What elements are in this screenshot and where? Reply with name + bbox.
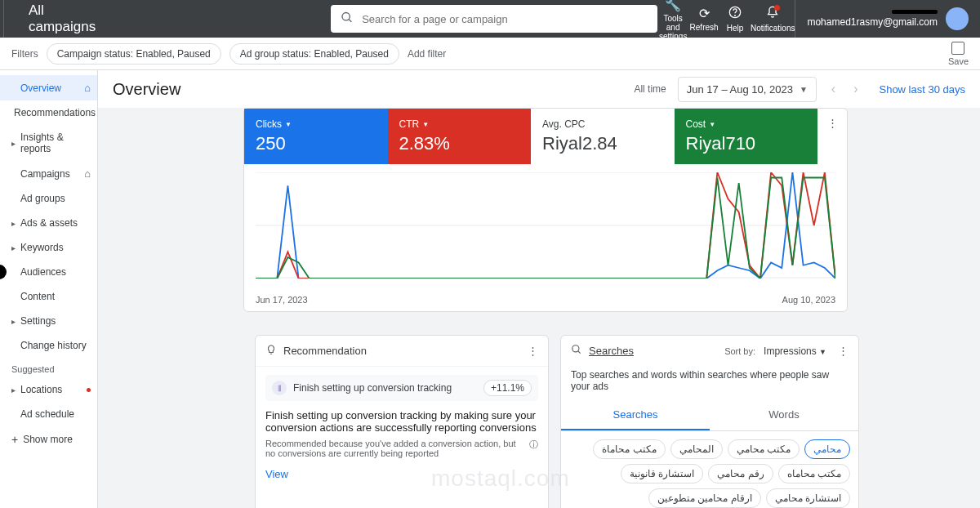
notification-dot — [774, 5, 780, 11]
search-chip[interactable]: مكتب محاماة — [593, 439, 665, 459]
svg-line-8 — [578, 351, 581, 354]
save-icon — [951, 42, 964, 55]
reco-body-text: Finish setting up conversion tracking by… — [265, 409, 538, 434]
page-title: Overview — [113, 80, 180, 99]
card-menu-button[interactable]: ⋮ — [838, 345, 849, 357]
sidebar: Overview ⌂ Recommendations ▸Insights & r… — [0, 70, 98, 508]
refresh-icon: ⟳ — [699, 6, 710, 21]
chevron-right-icon: ▸ — [11, 219, 18, 228]
svg-line-1 — [349, 20, 351, 22]
date-next-button[interactable]: › — [850, 82, 861, 96]
filter-chip-adgroup-status[interactable]: Ad group status: Enabled, Paused — [229, 43, 399, 65]
sidebar-item-keywords[interactable]: ▸Keywords — [0, 235, 97, 260]
info-icon[interactable]: ⓘ — [529, 439, 538, 451]
sort-dropdown[interactable]: Impressions ▼ — [764, 345, 826, 357]
page-context-title: All campaigns — [3, 0, 110, 38]
avatar[interactable] — [946, 7, 969, 30]
search-chip[interactable]: مكتب محاماه — [778, 464, 850, 483]
help-button[interactable]: Help — [719, 0, 751, 38]
sidebar-item-insights[interactable]: ▸Insights & reports — [0, 125, 97, 161]
chevron-right-icon: ▸ — [11, 139, 18, 148]
card-menu-button[interactable]: ⋮ — [528, 345, 538, 357]
sidebar-show-more[interactable]: +Show more — [0, 426, 97, 452]
alert-dot — [87, 388, 91, 392]
reco-uplift-badge: +11.1% — [483, 380, 532, 396]
searches-description: Top searches and words within searches w… — [561, 366, 858, 400]
show-last-30-link[interactable]: Show last 30 days — [879, 83, 965, 96]
filter-chip-campaign-status[interactable]: Campaign status: Enabled, Paused — [47, 43, 221, 65]
search-chip[interactable]: ارقام محامين متطوعين — [648, 488, 761, 508]
chevron-down-icon: ▼ — [285, 121, 292, 128]
chart-date-start: Jun 17, 2023 — [256, 295, 308, 305]
chart-date-end: Aug 10, 2023 — [782, 295, 835, 305]
chart-icon: ⦀ — [272, 381, 287, 395]
search-chip[interactable]: استشارة محامي — [766, 488, 850, 508]
search-chip[interactable]: استشارة قانونية — [621, 464, 703, 483]
home-icon: ⌂ — [84, 167, 91, 180]
search-chip[interactable]: رقم محامي — [708, 464, 773, 483]
sidebar-item-recommendations[interactable]: Recommendations — [0, 100, 97, 125]
account-menu[interactable]: mohamed1rasmy@gmail.com — [795, 0, 980, 38]
date-prev-button[interactable]: ‹ — [828, 82, 839, 96]
chevron-down-icon: ▼ — [422, 121, 429, 128]
add-filter-button[interactable]: Add filter — [408, 48, 446, 60]
sidebar-item-audiences[interactable]: Audiences — [0, 260, 97, 284]
sidebar-item-campaigns[interactable]: Campaigns ⌂ — [0, 161, 97, 186]
svg-point-0 — [342, 13, 350, 20]
chevron-right-icon: ▸ — [11, 243, 18, 252]
search-chips-container: محاميمكتب محاميالمحاميمكتب محاماةمكتب مح… — [561, 431, 858, 508]
search-icon — [571, 344, 582, 358]
date-range-picker[interactable]: Jun 17 – Aug 10, 2023 ▼ — [678, 77, 817, 102]
sort-label: Sort by: — [724, 346, 755, 356]
refresh-button[interactable]: ⟳ Refresh — [688, 0, 719, 38]
filters-label: Filters — [11, 48, 38, 60]
search-chip[interactable]: مكتب محامي — [728, 439, 800, 459]
tools-settings-button[interactable]: 🔧 Tools and settings — [657, 0, 688, 38]
chevron-down-icon: ▼ — [709, 121, 715, 128]
reco-banner-text: Finish setting up conversion tracking — [293, 382, 452, 394]
save-button[interactable]: Save — [948, 42, 969, 66]
sidebar-item-changehistory[interactable]: Change history — [0, 333, 97, 358]
search-icon — [341, 11, 354, 27]
search-chip[interactable]: محامي — [804, 439, 850, 459]
time-scope-label: All time — [634, 83, 666, 95]
svg-point-7 — [572, 345, 579, 352]
tab-words[interactable]: Words — [710, 400, 858, 430]
metrics-card: Clicks▼ 250 CTR▼ 2.83% Avg. CPC Riyal2.8… — [243, 108, 848, 312]
search-input[interactable] — [331, 5, 657, 33]
metric-ctr[interactable]: CTR▼ 2.83% — [388, 109, 532, 164]
search-chip[interactable]: المحامي — [670, 439, 723, 459]
metric-clicks[interactable]: Clicks▼ 250 — [244, 109, 388, 164]
help-icon — [728, 6, 742, 22]
chevron-right-icon: ▸ — [11, 385, 18, 394]
sidebar-item-adschedule[interactable]: Ad schedule — [0, 402, 97, 426]
sidebar-heading-suggested: Suggested — [0, 358, 97, 377]
sidebar-item-content[interactable]: Content — [0, 284, 97, 309]
recommendation-card: Recommendation ⋮ ⦀ Finish setting up con… — [255, 335, 549, 508]
tab-searches[interactable]: Searches — [561, 400, 710, 430]
account-name-redacted — [892, 10, 938, 14]
sidebar-item-adgroups[interactable]: Ad groups — [0, 186, 97, 211]
wrench-icon: 🔧 — [665, 0, 681, 12]
metrics-line-chart — [256, 172, 835, 279]
reco-caption: Recommended because you've added a conve… — [265, 439, 526, 458]
notifications-button[interactable]: Notifications — [751, 0, 795, 38]
chevron-down-icon: ▼ — [819, 348, 826, 356]
metric-cpc[interactable]: Avg. CPC Riyal2.84 — [531, 109, 675, 164]
searches-heading[interactable]: Searches — [589, 345, 634, 357]
sidebar-item-settings[interactable]: ▸Settings — [0, 309, 97, 333]
lightbulb-icon — [265, 344, 277, 358]
metrics-menu-button[interactable]: ⋮ — [817, 109, 847, 164]
sidebar-item-overview[interactable]: Overview ⌂ — [0, 75, 97, 100]
home-icon: ⌂ — [84, 82, 91, 94]
chevron-right-icon: ▸ — [11, 317, 18, 326]
reco-view-link[interactable]: View — [265, 468, 538, 480]
account-email: mohamed1rasmy@gmail.com — [807, 16, 938, 28]
sidebar-item-locations[interactable]: ▸Locations — [0, 377, 97, 402]
searches-card: Searches Sort by: Impressions ▼ ⋮ Top se… — [560, 335, 859, 508]
svg-point-3 — [735, 15, 736, 16]
metric-cost[interactable]: Cost▼ Riyal710 — [675, 109, 818, 164]
chevron-down-icon: ▼ — [800, 85, 808, 94]
sidebar-item-adsassets[interactable]: ▸Ads & assets — [0, 211, 97, 235]
indicator-dot — [0, 265, 7, 279]
